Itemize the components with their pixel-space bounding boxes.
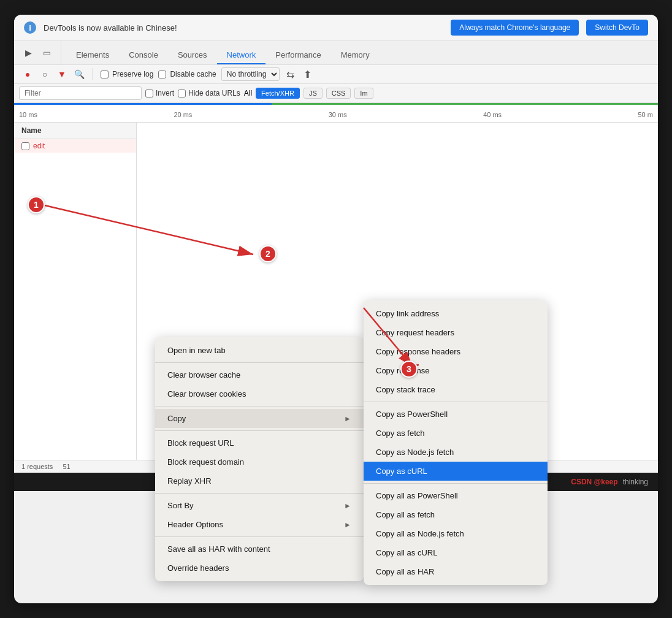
ctx-sep-1 (155, 362, 364, 363)
invert-label: Invert (156, 89, 174, 97)
disable-cache-label: Disable cache (170, 70, 216, 78)
ctx-override-headers[interactable]: Override headers (155, 559, 364, 578)
img-button[interactable]: Im (354, 88, 373, 99)
ctx-clear-cache[interactable]: Clear browser cache (155, 365, 364, 384)
info-message: DevTools is now available in Chinese! (44, 23, 443, 32)
tab-performance[interactable]: Performance (265, 45, 330, 64)
preserve-log-checkbox[interactable] (101, 71, 109, 78)
sub-sep-2 (364, 483, 548, 484)
filter-input[interactable] (19, 86, 142, 100)
ctx-header-options[interactable]: Header Options ► (155, 515, 364, 534)
sub-copy-link[interactable]: Copy link address (364, 304, 548, 323)
sub-copy-all-powershell[interactable]: Copy all as PowerShell (364, 486, 548, 505)
info-bar: i DevTools is now available in Chinese! … (14, 15, 658, 41)
device-icon[interactable]: ▭ (40, 46, 53, 59)
sub-copy-nodejs-fetch[interactable]: Copy as Node.js fetch (364, 443, 548, 462)
ctx-replay-xhr[interactable]: Replay XHR (155, 471, 364, 490)
tab-sources[interactable]: Sources (168, 45, 217, 64)
timeline: 10 ms 20 ms 30 ms 40 ms 50 m (14, 103, 658, 123)
js-button[interactable]: JS (304, 88, 323, 99)
row-name: edit (33, 142, 45, 150)
marker-50ms: 50 m (638, 111, 653, 118)
throttle-select[interactable]: No throttling (221, 67, 280, 81)
ctx-sep-2 (155, 406, 364, 406)
table-row[interactable]: edit (14, 139, 136, 153)
ctx-sep-5 (155, 536, 364, 537)
sub-copy-powershell[interactable]: Copy as PowerShell (364, 405, 548, 424)
devtools-window: i DevTools is now available in Chinese! … (14, 15, 658, 603)
main-content: Name edit 1 Open in new tab Clear browse… (14, 123, 658, 460)
annotation-marker-3: 3 (400, 360, 418, 378)
sub-copy-res-headers[interactable]: Copy response headers (364, 342, 548, 361)
search-icon[interactable]: 🔍 (73, 68, 85, 80)
sub-copy-all-fetch[interactable]: Copy all as fetch (364, 505, 548, 524)
ctx-sort-by[interactable]: Sort By ► (155, 496, 364, 515)
sub-sep-1 (364, 402, 548, 402)
requests-count: 1 requests (21, 463, 53, 470)
switch-devtools-button[interactable]: Switch DevTo (586, 20, 648, 36)
copy-arrow-icon: ► (344, 414, 351, 423)
preserve-log-group: Preserve log (101, 70, 153, 78)
row-checkbox[interactable] (21, 142, 29, 150)
invert-checkbox[interactable] (145, 90, 153, 97)
fetch-xhr-button[interactable]: Fetch/XHR (256, 88, 300, 99)
context-menu: Open in new tab Clear browser cache Clea… (155, 337, 364, 581)
annotation-marker-2: 2 (259, 245, 277, 262)
tab-elements[interactable]: Elements (66, 45, 119, 64)
sub-copy-req-headers[interactable]: Copy request headers (364, 323, 548, 342)
marker-40ms: 40 ms (483, 111, 502, 118)
import-icon[interactable]: ⬆ (302, 68, 314, 80)
marker-30ms: 30 ms (329, 111, 347, 118)
filter-icon[interactable]: ▼ (56, 68, 68, 80)
header-arrow-icon: ► (344, 521, 351, 529)
footer-brand: CSDN @keep (571, 478, 617, 486)
hide-data-urls-group: Hide data URLs (178, 89, 240, 97)
wifi-icon[interactable]: ⇆ (284, 68, 297, 80)
name-column-header: Name (14, 123, 136, 139)
tab-network[interactable]: Network (217, 45, 266, 64)
sub-copy-response[interactable]: Copy response (364, 361, 548, 380)
match-language-button[interactable]: Always match Chrome's language (451, 20, 579, 36)
sub-copy-all-nodejs-fetch[interactable]: Copy all as Node.js fetch (364, 524, 548, 543)
timeline-markers: 10 ms 20 ms 30 ms 40 ms 50 m (19, 107, 653, 118)
ctx-copy[interactable]: Copy ► (155, 409, 364, 428)
timeline-bar (14, 103, 658, 105)
invert-group: Invert (145, 89, 174, 97)
tab-memory[interactable]: Memory (331, 45, 380, 64)
ctx-clear-cookies[interactable]: Clear browser cookies (155, 384, 364, 403)
footer-thinking: thinking (623, 478, 648, 486)
record-icon[interactable]: ● (21, 68, 34, 80)
sub-copy-all-curl[interactable]: Copy all as cURL (364, 543, 548, 562)
all-label: All (244, 89, 252, 97)
disable-cache-checkbox[interactable] (158, 71, 166, 78)
disable-cache-group: Disable cache (158, 70, 216, 78)
ctx-open-new-tab[interactable]: Open in new tab (155, 341, 364, 360)
sub-copy-fetch[interactable]: Copy as fetch (364, 424, 548, 443)
preserve-log-label: Preserve log (112, 70, 153, 78)
ctx-block-url[interactable]: Block request URL (155, 433, 364, 452)
divider-1 (93, 68, 93, 80)
filter-bar: Invert Hide data URLs All Fetch/XHR JS C… (14, 84, 658, 103)
info-icon: i (24, 21, 36, 34)
ctx-sep-4 (155, 493, 364, 494)
ctx-sep-3 (155, 430, 364, 431)
sub-copy-all-har[interactable]: Copy all as HAR (364, 562, 548, 581)
size-info: 51 (63, 463, 70, 470)
name-column: Name edit (14, 123, 137, 460)
sub-copy-stack-trace[interactable]: Copy stack trace (364, 380, 548, 399)
marker-10ms: 10 ms (19, 111, 37, 118)
sort-arrow-icon: ► (344, 502, 351, 510)
hide-data-urls-checkbox[interactable] (178, 90, 186, 97)
tab-icon-group: ▶ ▭ (19, 41, 61, 64)
submenu: Copy link address Copy request headers C… (364, 300, 548, 585)
clear-icon[interactable]: ○ (39, 68, 51, 80)
css-button[interactable]: CSS (326, 88, 351, 99)
network-toolbar: ● ○ ▼ 🔍 Preserve log Disable cache No th… (14, 65, 658, 84)
ctx-save-har[interactable]: Save all as HAR with content (155, 540, 364, 559)
ctx-block-domain[interactable]: Block request domain (155, 452, 364, 471)
hide-data-urls-label: Hide data URLs (188, 89, 240, 97)
sub-copy-curl[interactable]: Copy as cURL (364, 462, 548, 481)
tab-bar: ▶ ▭ Elements Console Sources Network Per… (14, 41, 658, 65)
tab-console[interactable]: Console (119, 45, 168, 64)
cursor-icon[interactable]: ▶ (21, 46, 35, 59)
